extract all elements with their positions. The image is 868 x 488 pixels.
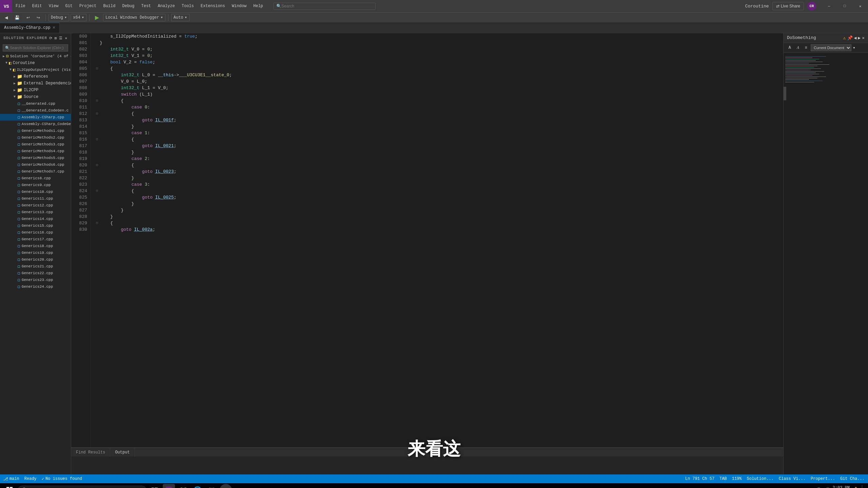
chrome-taskbar-icon[interactable]: 🌐 (191, 484, 203, 488)
tree-generics-9[interactable]: ◻Generics9.cpp (0, 182, 71, 188)
menu-git[interactable]: Git (62, 0, 76, 12)
tree-generics-17[interactable]: ◻Generics17.cpp (0, 236, 71, 243)
maximize-button[interactable]: □ (837, 0, 852, 12)
clock[interactable]: 2:03 PM 2023 (833, 486, 850, 488)
fold-indicator[interactable]: ⊟ (94, 98, 100, 104)
tree-generics-13[interactable]: ◻Generics13.cpp (0, 209, 71, 216)
pin-icon[interactable]: 📌 (847, 35, 853, 41)
tree-il2cpp-folder[interactable]: ▶ 📁 IL2CPP (0, 87, 71, 94)
ready-status[interactable]: Ready (24, 476, 37, 481)
tree-generics-8[interactable]: ◻Generics8.cpp (0, 175, 71, 182)
tree-solution[interactable]: ▶ ⊟ Solution 'Coroutine' (4 of 4 project… (0, 53, 71, 60)
tree-generic-methods-7[interactable]: ◻GenericMethods7.cpp (0, 168, 71, 175)
font-italic-btn[interactable]: 𝐴 (794, 44, 801, 51)
tree-generics-16[interactable]: ◻Generics16.cpp (0, 229, 71, 236)
filter-icon[interactable]: ⊞ (55, 36, 57, 40)
cursor-position[interactable]: Ln 791 Ch 57 (685, 476, 714, 481)
tree-generics-21[interactable]: ◻Generics21.cpp (0, 263, 71, 270)
run-button[interactable]: ▶ (92, 14, 102, 21)
fold-indicator[interactable]: ⊟ (94, 110, 100, 117)
video-play-button[interactable] (220, 484, 232, 488)
liveshare-button[interactable]: ⇄ Live Share (772, 2, 804, 10)
tree-generated-cpp[interactable]: ◻ __Generated.cpp (0, 100, 71, 107)
tree-generics-18[interactable]: ◻Generics18.cpp (0, 243, 71, 249)
tree-assembly-codegen[interactable]: ◻ Assembly-CSharp_CodeGen. (0, 121, 71, 127)
forward-nav-icon[interactable]: ▶ (858, 35, 861, 41)
toolbar-back-btn[interactable]: ◀ (2, 14, 11, 21)
vs-taskbar-icon[interactable]: VS (163, 484, 175, 488)
editor-content[interactable]: 800 801 802 803 804 805 806 807 808 809 … (71, 33, 783, 447)
scope-dropdown[interactable]: Current Document (811, 44, 851, 51)
tree-generics-23[interactable]: ◻Generics23.cpp (0, 277, 71, 283)
platform-dropdown[interactable]: x64 ▾ (71, 14, 86, 21)
menu-test[interactable]: Test (138, 0, 155, 12)
unity-taskbar-icon[interactable]: 🎮 (205, 484, 218, 488)
menu-view[interactable]: View (45, 0, 62, 12)
menu-help[interactable]: Help (250, 0, 267, 12)
titlebar-search-box[interactable]: 🔍 (273, 3, 376, 10)
options-btn[interactable]: ≡ (803, 44, 809, 51)
back-nav-icon[interactable]: ◀ (854, 35, 857, 41)
sync-icon[interactable]: ⟳ (49, 36, 53, 40)
tree-generics-22[interactable]: ◻Generics22.cpp (0, 270, 71, 277)
tree-generics-15[interactable]: ◻Generics15.cpp (0, 222, 71, 229)
tree-generic-methods-2[interactable]: ◻GenericMethods2.cpp (0, 134, 71, 141)
tab-size[interactable]: TAB (719, 476, 727, 481)
settings-icon[interactable]: ☰ (59, 36, 63, 40)
tree-generic-methods-1[interactable]: ◻GenericMethods1.cpp (0, 127, 71, 134)
debugger-dropdown[interactable]: Local Windows Debugger ▾ (103, 14, 165, 21)
tab-assembly-csharp[interactable]: Assembly-CSharp.cpp × (0, 23, 60, 33)
tree-generated-codegen[interactable]: ◻ __Generated_CodeGen.c (0, 107, 71, 114)
close-button[interactable]: ✕ (852, 0, 868, 12)
properties-status[interactable]: Propert... (811, 476, 835, 481)
tree-il2cpp-project[interactable]: ▼ ◧ IL2CppOutputProject (Visual Studio) (0, 66, 71, 73)
windows-button[interactable] (3, 484, 16, 488)
tree-generic-methods-4[interactable]: ◻GenericMethods4.cpp (0, 148, 71, 155)
tree-generics-10[interactable]: ◻Generics10.cpp (0, 188, 71, 195)
tree-generics-12[interactable]: ◻Generics12.cpp (0, 202, 71, 209)
tab-close-button[interactable]: × (53, 25, 55, 30)
menu-analyze[interactable]: Analyze (154, 0, 178, 12)
tree-generics-14[interactable]: ◻Generics14.cpp (0, 216, 71, 222)
tree-generic-methods-6[interactable]: ◻GenericMethods6.cpp (0, 161, 71, 168)
menu-edit[interactable]: Edit (29, 0, 45, 12)
no-issues-status[interactable]: ✓ No issues found (42, 476, 82, 482)
menu-tools[interactable]: Tools (178, 0, 197, 12)
tree-generics-11[interactable]: ◻Generics11.cpp (0, 195, 71, 202)
titlebar-search-input[interactable] (281, 4, 373, 8)
taskbar-search[interactable]: 🔍 (18, 486, 146, 488)
code-editor[interactable]: s_Il2CppMethodInitialized = true; } int3… (91, 33, 783, 447)
zoom-level[interactable]: 119% (732, 476, 742, 481)
tree-generics-20[interactable]: ◻Generics20.cpp (0, 256, 71, 263)
menu-project[interactable]: Project (76, 0, 100, 12)
tree-coroutine[interactable]: ▼ ◧ Coroutine (0, 60, 71, 66)
minimize-button[interactable]: — (821, 0, 837, 12)
fold-indicator[interactable]: ⊟ (94, 220, 100, 226)
fold-indicator[interactable]: ⊟ (94, 162, 100, 168)
tree-external-deps[interactable]: ▶ 📁 External Dependencies (0, 80, 71, 87)
menu-extensions[interactable]: Extensions (197, 0, 229, 12)
tree-generics-19[interactable]: ◻Generics19.cpp (0, 249, 71, 256)
keyboard-icon[interactable]: ⌨ (810, 487, 813, 488)
fold-indicator[interactable]: ⊟ (94, 188, 100, 194)
sidebar-search[interactable]: 🔍 (3, 44, 68, 52)
tree-generic-methods-5[interactable]: ◻GenericMethods5.cpp (0, 155, 71, 161)
tree-generics-24[interactable]: ◻Generics24.cpp (0, 283, 71, 290)
toolbar-undo-btn[interactable]: ↩ (24, 14, 33, 21)
notifications-icon[interactable]: 🔔 (852, 487, 859, 488)
git-branch-status[interactable]: ⎇ main (3, 476, 19, 482)
show-desktop-btn[interactable] (862, 485, 865, 488)
tree-assembly-csharp[interactable]: ◻ Assembly-CSharp.cpp (0, 114, 71, 121)
bottom-tabs-status[interactable]: Solution... (747, 476, 774, 481)
git-changes-status[interactable]: Git Cha... (840, 476, 865, 481)
fold-indicator[interactable]: ⊟ (94, 65, 100, 72)
find-results-tab[interactable]: Find Results (71, 448, 110, 457)
output-tab[interactable]: Output (110, 448, 135, 457)
auto-dropdown[interactable]: Auto ▾ (171, 14, 190, 21)
font-size-btn[interactable]: A (786, 44, 793, 51)
fold-indicator[interactable]: ⊟ (94, 136, 100, 143)
menu-build[interactable]: Build (100, 0, 119, 12)
debug-config-dropdown[interactable]: Debug ▾ (48, 14, 69, 21)
sidebar-search-input[interactable] (10, 46, 66, 50)
close-panel-icon[interactable]: ✕ (862, 35, 865, 41)
